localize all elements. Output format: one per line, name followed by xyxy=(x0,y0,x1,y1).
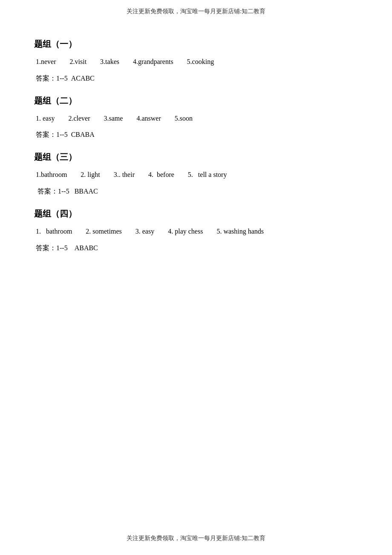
section3-word-1: 1.bathroom xyxy=(36,169,67,181)
section3-word-2: 2. light xyxy=(81,169,100,181)
section1-word-3: 3.takes xyxy=(100,56,119,68)
main-content: 题组（一） 1.never 2.visit 3.takes 4.grandpar… xyxy=(0,20,392,282)
section1-answer: 答案：1--5 ACABC xyxy=(34,72,358,85)
section2-word-5: 5.soon xyxy=(175,113,193,125)
section3-word-list: 1.bathroom 2. light 3.. their 4. before … xyxy=(34,169,358,181)
section2-word-list: 1. easy 2.clever 3.same 4.answer 5.soon xyxy=(34,113,358,125)
section3-word-4: 4. before xyxy=(148,169,174,181)
section1-title: 题组（一） xyxy=(34,38,358,50)
section1-word-4: 4.grandparents xyxy=(133,56,173,68)
section1-word-5: 5.cooking xyxy=(187,56,214,68)
section2-answer: 答案：1--5 CBABA xyxy=(34,129,358,141)
section4-answer: 答案：1--5 ABABC xyxy=(34,242,358,254)
section4-word-5: 5. washing hands xyxy=(216,225,264,238)
section2-title: 题组（二） xyxy=(34,95,358,107)
footer-watermark: 关注更新免费领取，淘宝唯一每月更新店铺:知二教育 xyxy=(0,535,392,542)
section3-title: 题组（三） xyxy=(34,151,358,163)
section4-word-4: 4. play chess xyxy=(168,225,203,238)
section4-word-3: 3. easy xyxy=(135,225,154,238)
header-watermark: 关注更新免费领取，淘宝唯一每月更新店铺:知二教育 xyxy=(0,0,392,20)
section4-word-1: 1. bathroom xyxy=(36,225,72,238)
section1-word-2: 2.visit xyxy=(70,56,87,68)
section4-word-list: 1. bathroom 2. sometimes 3. easy 4. play… xyxy=(34,225,358,238)
section2-word-3: 3.same xyxy=(104,113,123,125)
section3-word-3: 3.. their xyxy=(114,169,135,181)
section3-word-5: 5. tell a story xyxy=(188,169,227,181)
section2-word-2: 2.clever xyxy=(68,113,90,125)
section2-word-4: 4.answer xyxy=(136,113,161,125)
section1-word-list: 1.never 2.visit 3.takes 4.grandparents 5… xyxy=(34,56,358,68)
section3-answer: 答案：1--5 BBAAC xyxy=(34,185,358,198)
section1-word-1: 1.never xyxy=(36,56,56,68)
section4-word-2: 2. sometimes xyxy=(86,225,121,238)
section2-word-1: 1. easy xyxy=(36,113,55,125)
section4-title: 题组（四） xyxy=(34,208,358,220)
